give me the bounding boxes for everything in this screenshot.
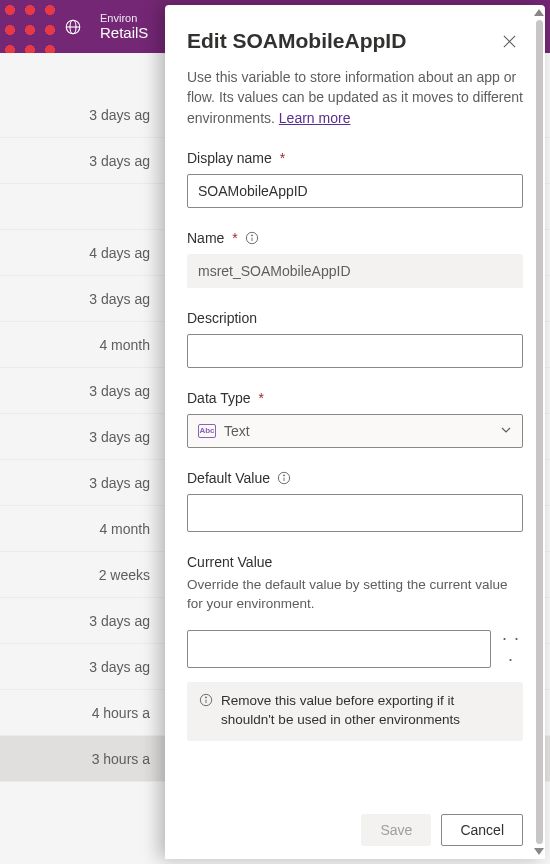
chevron-down-icon bbox=[500, 423, 512, 439]
description-input[interactable] bbox=[187, 334, 523, 368]
save-button[interactable]: Save bbox=[361, 814, 431, 846]
export-notice: Remove this value before exporting if it… bbox=[187, 682, 523, 742]
info-icon[interactable] bbox=[244, 230, 260, 246]
info-icon bbox=[199, 692, 213, 708]
cancel-button[interactable]: Cancel bbox=[441, 814, 523, 846]
data-type-value: Text bbox=[224, 423, 250, 439]
environment-picker[interactable]: Environ RetailS bbox=[100, 12, 148, 41]
name-input bbox=[187, 254, 523, 288]
text-type-icon: Abc bbox=[198, 424, 216, 438]
scroll-up-icon bbox=[534, 9, 544, 16]
app-logo bbox=[0, 0, 60, 53]
default-value-input[interactable] bbox=[187, 494, 523, 532]
default-value-label: Default Value bbox=[187, 470, 523, 486]
edit-variable-panel: Edit SOAMobileAppID Use this variable to… bbox=[165, 5, 545, 859]
description-label: Description bbox=[187, 310, 523, 326]
svg-point-3 bbox=[251, 235, 252, 236]
current-value-label: Current Value bbox=[187, 554, 523, 570]
close-icon bbox=[502, 34, 517, 49]
current-value-input[interactable] bbox=[187, 630, 491, 668]
display-name-input[interactable] bbox=[187, 174, 523, 208]
close-button[interactable] bbox=[495, 27, 523, 55]
environment-name: RetailS bbox=[100, 24, 148, 41]
panel-footer: Save Cancel bbox=[165, 803, 545, 859]
scroll-thumb[interactable] bbox=[536, 20, 543, 844]
scroll-down-icon bbox=[534, 848, 544, 855]
svg-point-7 bbox=[205, 697, 206, 698]
data-type-select[interactable]: Abc Text bbox=[187, 414, 523, 448]
environment-icon bbox=[64, 18, 82, 36]
scrollbar[interactable] bbox=[531, 9, 547, 855]
data-type-label: Data Type* bbox=[187, 390, 523, 406]
panel-description: Use this variable to store information a… bbox=[187, 67, 523, 128]
more-options-button[interactable]: · · · bbox=[499, 628, 523, 670]
environment-label: Environ bbox=[100, 12, 148, 24]
name-label: Name* bbox=[187, 230, 523, 246]
learn-more-link[interactable]: Learn more bbox=[279, 110, 351, 126]
display-name-label: Display name* bbox=[187, 150, 523, 166]
info-icon[interactable] bbox=[276, 470, 292, 486]
current-value-subtext: Override the default value by setting th… bbox=[187, 576, 523, 614]
svg-point-5 bbox=[283, 475, 284, 476]
panel-title: Edit SOAMobileAppID bbox=[187, 29, 406, 53]
